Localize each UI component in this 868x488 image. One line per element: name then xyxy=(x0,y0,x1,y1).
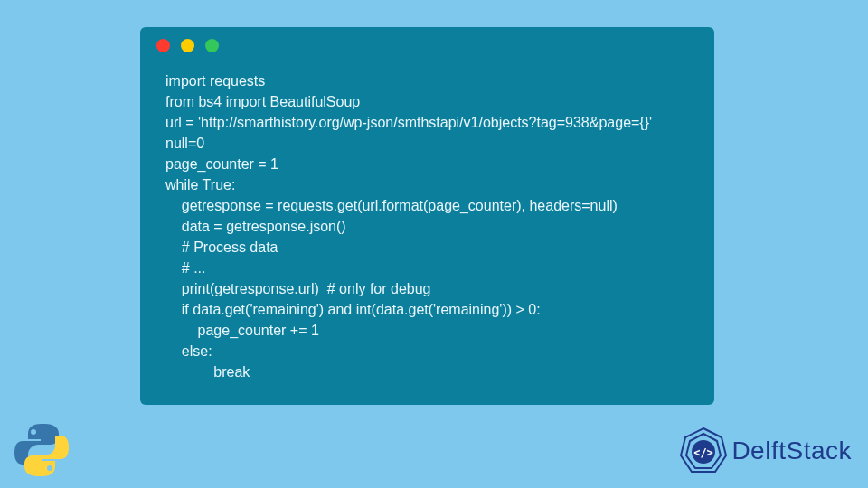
python-icon xyxy=(13,421,71,479)
code-window: import requests from bs4 import Beautifu… xyxy=(140,27,714,405)
minimize-icon[interactable] xyxy=(181,39,194,52)
code-block: import requests from bs4 import Beautifu… xyxy=(140,63,714,382)
window-titlebar xyxy=(140,27,714,63)
svg-text:</>: </> xyxy=(694,446,714,459)
brand: </> DelftStack xyxy=(679,427,852,475)
brand-name: DelftStack xyxy=(731,436,852,465)
zoom-icon[interactable] xyxy=(205,39,219,52)
delftstack-emblem-icon: </> xyxy=(679,427,728,475)
close-icon[interactable] xyxy=(156,39,170,52)
